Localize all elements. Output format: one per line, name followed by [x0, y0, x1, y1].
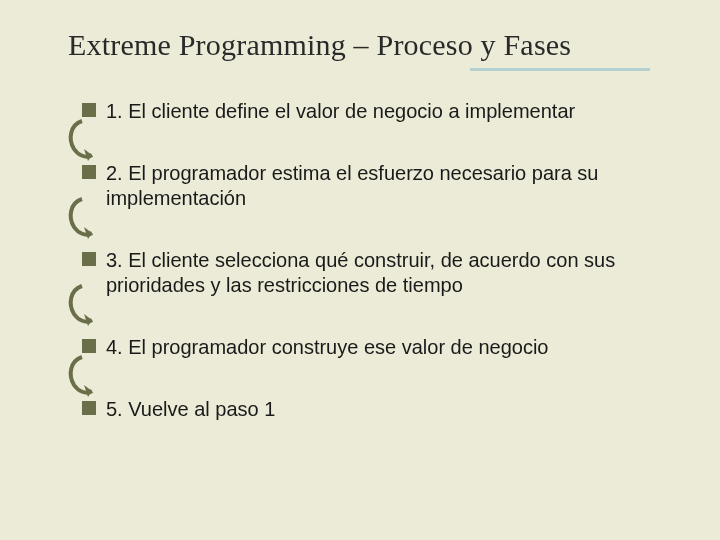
bullet-list: 1. El cliente define el valor de negocio… — [50, 99, 670, 422]
slide: Extreme Programming – Proceso y Fases 1.… — [0, 0, 720, 540]
square-bullet-icon — [82, 252, 96, 266]
list-item-text: 1. El cliente define el valor de negocio… — [106, 99, 575, 123]
flow-arrow-icon — [64, 355, 100, 399]
list-item: 3. El cliente selecciona qué construir, … — [82, 248, 670, 297]
list-item: 2. El programador estima el esfuerzo nec… — [82, 161, 670, 210]
square-bullet-icon — [82, 103, 96, 117]
list-item-text: 4. El programador construye ese valor de… — [106, 335, 548, 359]
list-item: 1. El cliente define el valor de negocio… — [82, 99, 670, 123]
flow-arrow-icon — [64, 284, 100, 328]
title-underline — [470, 68, 650, 71]
square-bullet-icon — [82, 401, 96, 415]
list-item-text: 2. El programador estima el esfuerzo nec… — [106, 161, 670, 210]
list-item-text: 5. Vuelve al paso 1 — [106, 397, 275, 421]
list-item: 4. El programador construye ese valor de… — [82, 335, 670, 359]
flow-arrow-icon — [64, 119, 100, 163]
slide-title: Extreme Programming – Proceso y Fases — [68, 28, 670, 62]
square-bullet-icon — [82, 339, 96, 353]
flow-arrow-icon — [64, 197, 100, 241]
square-bullet-icon — [82, 165, 96, 179]
list-item: 5. Vuelve al paso 1 — [82, 397, 670, 421]
list-item-text: 3. El cliente selecciona qué construir, … — [106, 248, 670, 297]
